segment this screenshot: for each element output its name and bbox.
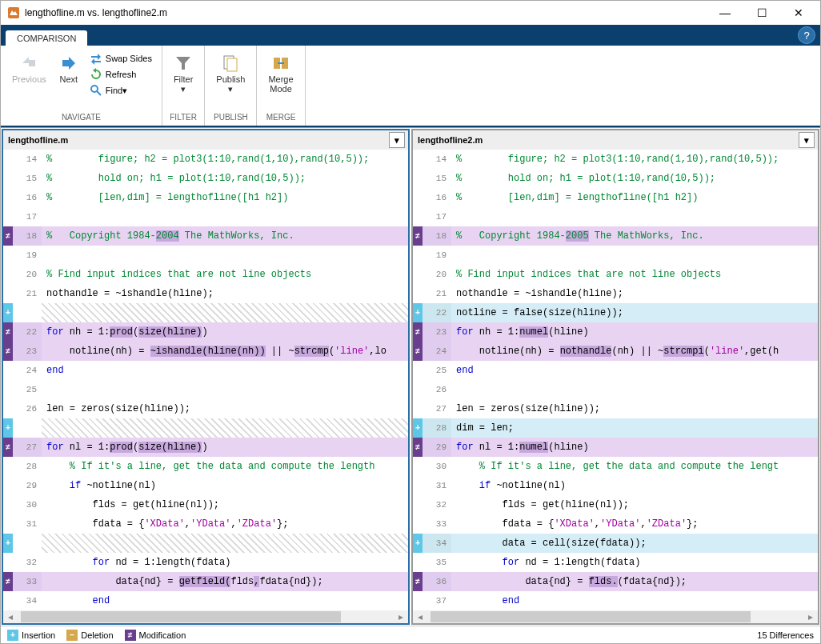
diff-mark: +: [3, 534, 13, 553]
window-title: lengthofline.m vs. lengthofline2.m: [25, 7, 707, 18]
code-line[interactable]: dim = len;: [451, 418, 818, 438]
line-number: 36: [423, 572, 451, 591]
code-line[interactable]: fdata = {'XData','YData','ZData'};: [42, 514, 408, 534]
code-line[interactable]: nothandle = ~ishandle(hline);: [42, 284, 408, 303]
code-line[interactable]: % figure; h2 = plot3(1:10,rand(1,10),ran…: [42, 150, 408, 169]
code-line[interactable]: [451, 207, 818, 226]
code-line[interactable]: for nl = 1:prod(size(hline)): [42, 438, 408, 457]
maximize-button[interactable]: ☐: [743, 1, 780, 25]
code-line[interactable]: data = cell(size(fdata));: [451, 534, 818, 553]
code-line[interactable]: data{nd} = getfield(flds,fdata{nd});: [42, 572, 408, 591]
code-line[interactable]: for nd = 1:length(fdata): [42, 553, 408, 572]
line-number: 33: [423, 514, 451, 534]
code-line[interactable]: for nd = 1:length(fdata): [451, 553, 818, 572]
diff-mark: [3, 380, 13, 399]
filter-button[interactable]: Filter▾: [167, 50, 199, 94]
code-line[interactable]: % Find input indices that are not line o…: [42, 265, 408, 284]
right-hscroll[interactable]: ◂▸: [413, 610, 818, 623]
line-number: 24: [13, 361, 42, 380]
merge-mode-button[interactable]: Merge Mode: [262, 50, 299, 94]
find-button[interactable]: Find ▾: [85, 82, 157, 98]
code-line[interactable]: fdata = {'XData','YData','ZData'};: [451, 514, 818, 534]
code-line[interactable]: end: [42, 591, 408, 610]
code-line[interactable]: for nh = 1:numel(hline): [451, 322, 818, 342]
diff-mark: +: [3, 303, 13, 322]
code-line[interactable]: notline(nh) = nothandle(nh) || ~strcmpi(…: [451, 342, 818, 361]
diff-mark: [3, 188, 13, 207]
diff-mark: [413, 476, 423, 495]
code-line[interactable]: len = zeros(size(hline));: [42, 399, 408, 418]
code-line[interactable]: % Copyright 1984-2004 The MathWorks, Inc…: [42, 226, 408, 246]
code-line[interactable]: [451, 380, 818, 399]
right-pane: lengthofline2.m ▾ ≠+≠≠+≠+≠ 1415161718192…: [411, 129, 819, 625]
code-line[interactable]: if ~notline(nl): [451, 476, 818, 495]
code-line[interactable]: [42, 246, 408, 265]
code-line[interactable]: % [len,dim] = lengthofline([h1 h2]): [451, 188, 818, 207]
code-line[interactable]: notline(nh) = ~ishandle(hline(nh)) || ~s…: [42, 342, 408, 361]
code-line[interactable]: for nl = 1:numel(hline): [451, 438, 818, 457]
code-line[interactable]: data{nd} = flds.(fdata{nd});: [451, 572, 818, 591]
code-line[interactable]: flds = get(hline(nl));: [451, 495, 818, 514]
right-pane-header: lengthofline2.m ▾: [413, 130, 818, 150]
previous-button[interactable]: Previous: [6, 50, 53, 84]
line-number: 18: [423, 226, 451, 246]
line-number: 25: [423, 361, 451, 380]
code-line[interactable]: % Copyright 1984-2005 The MathWorks, Inc…: [451, 226, 818, 246]
code-line[interactable]: nothandle = ~ishandle(hline);: [451, 284, 818, 303]
code-line[interactable]: for nh = 1:prod(size(hline)): [42, 322, 408, 342]
group-merge: Merge Mode MERGE: [257, 46, 305, 126]
diff-mark: +: [413, 303, 423, 322]
right-code-view[interactable]: ≠+≠≠+≠+≠ 1415161718192021222324252627282…: [413, 150, 818, 610]
left-code-view[interactable]: ≠+≠≠+≠+≠ 1415161718192021222324252627282…: [3, 150, 408, 610]
line-number: 30: [13, 495, 42, 514]
close-button[interactable]: ✕: [780, 1, 817, 25]
code-line[interactable]: flds = get(hline(nl));: [42, 495, 408, 514]
diff-mark: +: [413, 418, 423, 438]
diff-mark: [3, 399, 13, 418]
line-number: 14: [13, 150, 42, 169]
minimize-button[interactable]: —: [707, 1, 743, 25]
code-line[interactable]: end: [451, 361, 818, 380]
next-button[interactable]: Next: [53, 50, 85, 84]
left-file-name: lengthofline.m: [8, 135, 68, 145]
code-line[interactable]: len = zeros(size(hline));: [451, 399, 818, 418]
refresh-button[interactable]: Refresh: [85, 66, 157, 82]
code-line[interactable]: notline = false(size(hline));: [451, 303, 818, 322]
line-number: 15: [13, 169, 42, 188]
diff-mark: ≠: [3, 438, 13, 457]
code-line[interactable]: [451, 246, 818, 265]
svg-line-2: [97, 91, 101, 95]
diff-mark: ≠: [3, 342, 13, 361]
code-line[interactable]: % If it's a line, get the data and compu…: [42, 457, 408, 476]
code-line[interactable]: if ~notline(nl): [42, 476, 408, 495]
line-number: 17: [423, 207, 451, 226]
code-line[interactable]: [42, 418, 408, 438]
publish-button[interactable]: Publish▾: [210, 50, 251, 94]
left-pane-menu[interactable]: ▾: [389, 132, 405, 148]
line-number: 27: [423, 399, 451, 418]
code-line[interactable]: % Find input indices that are not line o…: [451, 265, 818, 284]
code-line[interactable]: end: [451, 591, 818, 610]
help-button[interactable]: ?: [798, 26, 815, 44]
diff-mark: [3, 150, 13, 169]
diff-mark: [3, 457, 13, 476]
code-line[interactable]: % [len,dim] = lengthofline([h1 h2]): [42, 188, 408, 207]
line-number: 15: [423, 169, 451, 188]
diff-mark: [3, 514, 13, 534]
code-line[interactable]: [42, 380, 408, 399]
code-line[interactable]: end: [42, 361, 408, 380]
swap-sides-button[interactable]: Swap Sides: [85, 50, 157, 66]
tab-comparison[interactable]: COMPARISON: [6, 30, 87, 46]
code-line[interactable]: % If it's a line, get the data and compu…: [451, 457, 818, 476]
code-line[interactable]: % hold on; h1 = plot(1:10,rand(10,5));: [451, 169, 818, 188]
code-line[interactable]: % hold on; h1 = plot(1:10,rand(10,5));: [42, 169, 408, 188]
diff-mark: ≠: [413, 438, 423, 457]
right-pane-menu[interactable]: ▾: [799, 132, 815, 148]
line-number: 29: [13, 476, 42, 495]
code-line[interactable]: [42, 207, 408, 226]
diff-mark: ≠: [3, 226, 13, 246]
code-line[interactable]: % figure; h2 = plot3(1:10,rand(1,10),ran…: [451, 150, 818, 169]
left-hscroll[interactable]: ◂▸: [3, 610, 408, 623]
code-line[interactable]: [42, 303, 408, 322]
code-line[interactable]: [42, 534, 408, 553]
